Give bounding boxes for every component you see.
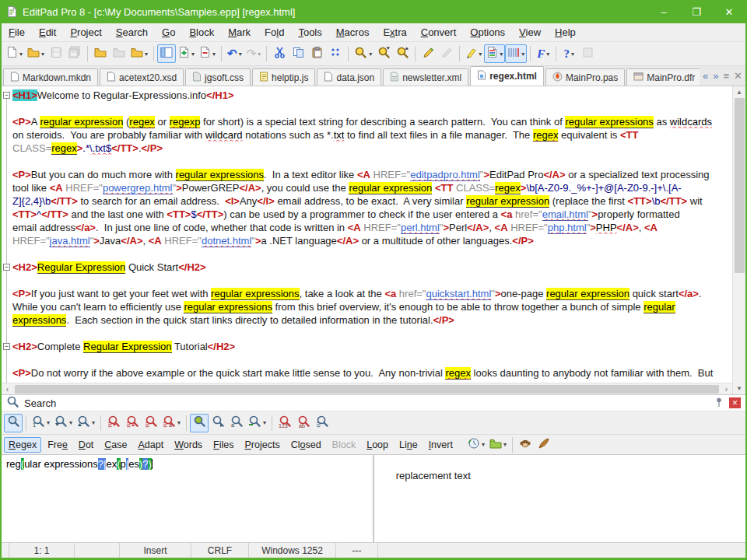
maximize-button[interactable]: ❐: [680, 0, 713, 23]
menu-view[interactable]: View: [512, 25, 548, 40]
tab-helptip.js[interactable]: helptip.js: [252, 68, 315, 86]
editor-area[interactable]: −<H1>Welcome to Regular-Expressions.info…: [2, 86, 745, 394]
option-free[interactable]: Free: [43, 437, 72, 453]
editor-text[interactable]: −<H1>Welcome to Regular-Expressions.info…: [2, 86, 732, 394]
folder-green-button[interactable]: ▾: [487, 436, 509, 454]
option-projects[interactable]: Projects: [240, 437, 285, 453]
fold-collapse-icon[interactable]: −: [3, 264, 10, 271]
option-loop[interactable]: Loop: [362, 437, 393, 453]
dropdown-arrow-icon[interactable]: ▾: [369, 51, 372, 58]
option-words[interactable]: Words: [170, 437, 207, 453]
cut-button[interactable]: [270, 44, 289, 63]
menu-options[interactable]: Options: [463, 25, 512, 40]
option-adapt[interactable]: Adapt: [134, 437, 169, 453]
mag-up-button[interactable]: ▾: [75, 414, 97, 432]
dropdown-arrow-icon[interactable]: ▾: [19, 51, 23, 58]
dropdown-arrow-icon[interactable]: ▾: [263, 419, 266, 426]
horizontal-scroll-thumb[interactable]: [15, 385, 719, 394]
find-prev-button[interactable]: [393, 44, 412, 63]
scroll-up-arrow[interactable]: ▲: [733, 86, 745, 98]
tab-data.json[interactable]: data.json: [317, 68, 381, 86]
font-button[interactable]: F▾: [534, 44, 552, 63]
tab-list-icon[interactable]: ≡: [724, 70, 730, 82]
close-button[interactable]: ✕: [713, 0, 745, 23]
history-button[interactable]: ▾: [465, 436, 487, 454]
replacement-input[interactable]: replacement text: [374, 455, 745, 542]
monkey-button[interactable]: [516, 436, 535, 454]
dropdown-arrow-icon[interactable]: ▾: [212, 51, 216, 58]
maglist-red-down-button[interactable]: [104, 414, 123, 432]
menu-block[interactable]: Block: [182, 25, 221, 40]
dropdown-arrow-icon[interactable]: ▾: [177, 419, 181, 426]
tab-jgsoft.css[interactable]: jgsoft.css: [185, 68, 251, 86]
dropdown-arrow-icon[interactable]: ▾: [41, 51, 44, 58]
new-file-button[interactable]: ▾: [4, 44, 25, 63]
spell-button[interactable]: [419, 44, 437, 63]
feather-button[interactable]: [535, 436, 553, 454]
dropdown-arrow-icon[interactable]: ▾: [571, 51, 574, 58]
close-search-panel-button[interactable]: ✕: [729, 397, 741, 408]
option-files[interactable]: Files: [209, 437, 238, 453]
highlight-pen-button[interactable]: ▾: [463, 44, 484, 63]
open-button[interactable]: ▾: [25, 44, 47, 63]
menu-edit[interactable]: Edit: [32, 25, 63, 40]
option-case[interactable]: Case: [100, 437, 132, 453]
scroll-right-arrow[interactable]: ›: [721, 385, 732, 394]
close-tab-icon[interactable]: ✕: [734, 70, 742, 82]
tab-MainPro.pas[interactable]: MainPro.pas: [545, 68, 625, 86]
scroll-tabs-right-icon[interactable]: »: [713, 70, 718, 82]
menu-go[interactable]: Go: [155, 25, 182, 40]
menu-mark[interactable]: Mark: [221, 25, 258, 40]
mag-down-button[interactable]: ▾: [52, 414, 75, 432]
menu-extra[interactable]: Extra: [376, 25, 413, 40]
copy-button[interactable]: [289, 44, 307, 63]
menu-fold[interactable]: Fold: [258, 25, 291, 40]
option-dot[interactable]: Dot: [74, 437, 98, 453]
menu-tools[interactable]: Tools: [291, 25, 328, 40]
tab-Markdown.mkdn[interactable]: Markdown.mkdn: [3, 68, 98, 86]
menu-file[interactable]: File: [2, 25, 32, 40]
tab-MainPro.dfr[interactable]: MainPro.dfr: [626, 68, 700, 86]
mag-1-button[interactable]: 1▾: [30, 414, 52, 432]
dropdown-arrow-icon[interactable]: ▾: [479, 51, 482, 58]
maglist-red-up-button[interactable]: [123, 414, 142, 432]
help-button[interactable]: ?▾: [559, 44, 578, 63]
maglist-red-all-button[interactable]: a▾: [160, 414, 183, 432]
tab-acetext20.xsd[interactable]: acetext20.xsd: [100, 68, 184, 86]
mag-plain-button[interactable]: [4, 414, 23, 432]
dropdown-arrow-icon[interactable]: ▾: [503, 441, 507, 448]
add-file-button[interactable]: ▾: [176, 44, 197, 63]
remove-file-button[interactable]: ▾: [197, 44, 218, 63]
files-panel-button[interactable]: [157, 44, 176, 63]
menu-search[interactable]: Search: [109, 25, 155, 40]
dropdown-arrow-icon[interactable]: ▾: [521, 51, 524, 58]
option-invert[interactable]: Invert: [424, 437, 458, 453]
vertical-scrollbar[interactable]: ▲ ▼: [732, 86, 745, 394]
tab-newsletter.xml[interactable]: newsletter.xml: [383, 68, 468, 86]
fold-collapse-icon[interactable]: −: [3, 92, 10, 99]
menu-macros[interactable]: Macros: [329, 25, 377, 40]
mag-red-1-button[interactable]: 123: [275, 414, 294, 432]
find-next-button[interactable]: [374, 44, 393, 63]
maglist-blue-button[interactable]: [313, 414, 331, 432]
scroll-left-arrow[interactable]: ‹: [2, 385, 13, 394]
mag-green-button[interactable]: [190, 414, 209, 432]
menu-help[interactable]: Help: [548, 25, 583, 40]
horizontal-scrollbar[interactable]: ‹ ›: [2, 383, 732, 394]
mag-a-button[interactable]: a: [227, 414, 246, 432]
option-line[interactable]: Line: [395, 437, 423, 453]
dropdown-arrow-icon[interactable]: ▾: [258, 51, 261, 58]
dropdown-arrow-icon[interactable]: ▾: [500, 51, 503, 58]
find-button[interactable]: ▾: [352, 44, 374, 63]
vertical-scroll-thumb[interactable]: [735, 98, 745, 273]
maglist-red-line-button[interactable]: [142, 414, 160, 432]
dropdown-arrow-icon[interactable]: ▾: [239, 51, 242, 58]
search-term-input[interactable]: reg(ular expressions?|ex(p|es)?): [2, 455, 374, 542]
clip-special-button[interactable]: [326, 44, 345, 63]
syntax-scheme-button[interactable]: ▾: [484, 44, 505, 63]
dropdown-arrow-icon[interactable]: ▾: [47, 419, 50, 426]
mag-right-button[interactable]: [209, 414, 227, 432]
dropdown-arrow-icon[interactable]: ▾: [69, 419, 72, 426]
menu-convert[interactable]: Convert: [414, 25, 464, 40]
dropdown-arrow-icon[interactable]: ▾: [145, 51, 148, 58]
